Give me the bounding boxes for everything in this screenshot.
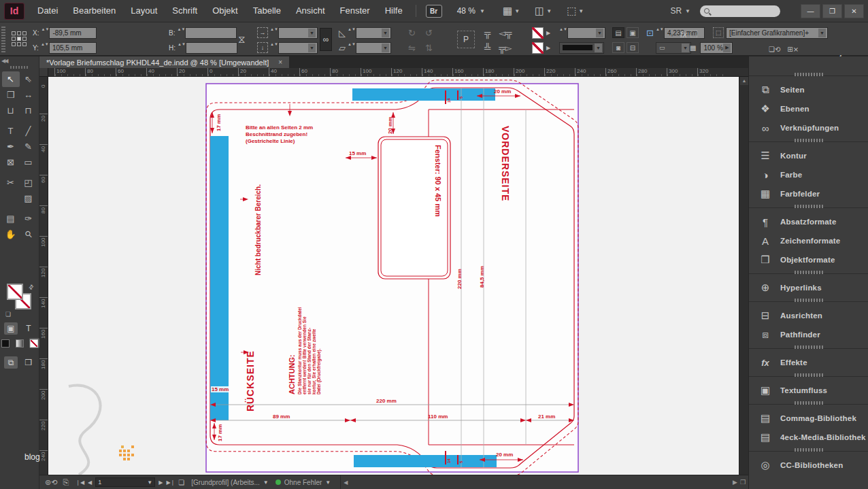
height-stepper[interactable]: ▲▼: [178, 42, 184, 53]
panel-4eck-media-bibliothek[interactable]: ▤ 4eck-Media-Bibliothek: [749, 428, 868, 447]
rotate-cw-icon[interactable]: ↻: [408, 28, 416, 38]
arrange-documents-button[interactable]: ⬚ ▼: [567, 5, 584, 17]
document-canvas[interactable]: Bitte an allen Seiten 2 mm Beschnittrand…: [48, 77, 739, 475]
note-tool[interactable]: ▤: [2, 211, 20, 226]
object-style-select[interactable]: [Einfacher Grafikrahmen]+▼: [726, 27, 828, 39]
x-input[interactable]: -89,5 mm: [49, 27, 97, 39]
wrap-jump-button[interactable]: ⊟: [627, 42, 639, 53]
gradient-swatch-tool[interactable]: [2, 190, 20, 206]
rotate-ccw-icon[interactable]: ↺: [425, 28, 433, 38]
panel-ausrichten[interactable]: ⊟ Ausrichten: [749, 306, 868, 325]
menu-item[interactable]: Layout: [123, 0, 165, 22]
panel-cc-bibliotheken[interactable]: ◎ CC-Bibliotheken: [749, 456, 868, 475]
preflight-menu-icon[interactable]: ⊚⟲: [45, 478, 57, 487]
bridge-button[interactable]: Br: [426, 5, 442, 18]
stroke-weight-select[interactable]: ▼: [567, 27, 605, 39]
content-placer-tool[interactable]: ⊓: [20, 103, 37, 118]
scale-x-select[interactable]: ▼: [278, 27, 318, 39]
document-tab[interactable]: *Vorlage Briefumschlag PKHDL44_de.indd @…: [39, 56, 289, 68]
page-curl-icon[interactable]: ❏: [178, 479, 184, 486]
collapse-tools-icon[interactable]: ◀◀: [1, 58, 7, 64]
menu-item[interactable]: Fenster: [333, 0, 378, 22]
scale-y-select[interactable]: ▼: [278, 42, 318, 54]
fill-swatch-none[interactable]: [532, 27, 544, 39]
menu-item[interactable]: Hilfe: [378, 0, 410, 22]
stroke-weight-stepper[interactable]: ▲▼: [559, 27, 565, 38]
menu-item[interactable]: Objekt: [205, 0, 246, 22]
panel-objektformate[interactable]: ❒ Objektformate: [749, 250, 868, 269]
menu-item[interactable]: Datei: [30, 0, 65, 22]
opacity-select[interactable]: 100 %▶: [700, 42, 733, 54]
type-tool[interactable]: T: [2, 123, 20, 139]
select-prev-object-icon[interactable]: ◅╦: [499, 28, 512, 38]
fit-stepper[interactable]: ▲▼: [656, 27, 662, 38]
preflight-profile-select[interactable]: [Grundprofil] (Arbeits... ▼: [191, 479, 269, 486]
frame-tool[interactable]: ⊠: [2, 154, 20, 170]
close-button[interactable]: ✕: [844, 4, 864, 18]
panel-farbfelder[interactable]: ▦ Farbfelder: [749, 184, 868, 203]
scale-y-stepper[interactable]: ▲▼: [270, 42, 276, 53]
width-stepper[interactable]: ▲▼: [177, 27, 183, 38]
split-view-icon[interactable]: ❒: [740, 479, 746, 486]
workspace-switcher[interactable]: SR ▼: [670, 6, 690, 16]
menu-item[interactable]: Tabelle: [246, 0, 288, 22]
panel-grip[interactable]: [1, 27, 5, 52]
vertical-scrollbar[interactable]: ▲: [739, 77, 748, 475]
panel-verknuepfungen[interactable]: ∞ Verknüpfungen: [749, 118, 868, 137]
reference-point-proxy[interactable]: [12, 31, 27, 46]
apply-color-button[interactable]: [0, 338, 10, 348]
panel-farbe[interactable]: ◑ Farbe: [749, 165, 868, 184]
preview-mode-button[interactable]: ❒: [22, 356, 35, 369]
scroll-up-icon[interactable]: ▲: [740, 77, 748, 85]
minimize-button[interactable]: —: [801, 4, 820, 18]
rectangle-tool[interactable]: ▭: [20, 154, 37, 170]
y-stepper[interactable]: ▲▼: [41, 42, 47, 53]
direct-selection-tool[interactable]: ⇖: [20, 71, 37, 87]
width-input[interactable]: [185, 27, 237, 39]
select-content-icon[interactable]: ╩: [484, 43, 490, 53]
next-page-icon[interactable]: ▶: [158, 479, 163, 486]
zoom-level-dropdown[interactable]: 48 % ▼: [457, 6, 485, 16]
horizontal-ruler[interactable]: 1008060402002040608010012014016018020022…: [48, 68, 748, 77]
constrain-scale-link-button[interactable]: ∞: [320, 28, 332, 51]
preflight-status[interactable]: Ohne Fehler ▼: [276, 479, 331, 486]
gap-tool[interactable]: ↔: [20, 87, 37, 103]
frame-fitting-icon[interactable]: ⊡: [646, 28, 654, 38]
height-input[interactable]: [186, 42, 237, 54]
previous-page-icon[interactable]: ◀: [88, 479, 92, 486]
rotation-select[interactable]: ▼: [356, 27, 391, 39]
shear-select[interactable]: ▼: [356, 42, 391, 54]
ruler-corner[interactable]: [39, 68, 48, 77]
panel-absatzformate[interactable]: ¶ Absatzformate: [749, 212, 868, 231]
formatting-affects-container-button[interactable]: ▣: [4, 322, 18, 335]
wrap-object-shape-button[interactable]: ◙: [612, 42, 624, 53]
break-link-style-icon[interactable]: ❏⟲: [769, 46, 780, 53]
scroll-left-icon[interactable]: ◀: [344, 479, 348, 486]
select-next-object-icon[interactable]: ╦▻: [499, 43, 512, 53]
share-icon[interactable]: ⎘: [63, 478, 69, 487]
tools-grip[interactable]: [10, 66, 29, 69]
panel-ebenen[interactable]: ❖ Ebenen: [749, 99, 868, 118]
normal-view-mode-button[interactable]: ⧉: [4, 356, 18, 369]
panel-seiten[interactable]: ⧉ Seiten: [749, 80, 868, 99]
first-page-icon[interactable]: ❘◀: [76, 479, 84, 486]
corner-options-icon[interactable]: ⬚: [690, 28, 698, 38]
rotation-stepper[interactable]: ▲▼: [348, 27, 354, 38]
menu-item[interactable]: Schrift: [165, 0, 205, 22]
shear-stepper[interactable]: ▲▼: [348, 42, 354, 53]
page-number-field[interactable]: 1 ▼: [95, 477, 155, 487]
screen-mode-button[interactable]: ◫ ▼: [535, 5, 552, 17]
default-fill-stroke-icon[interactable]: ❏: [5, 311, 16, 319]
formatting-affects-text-button[interactable]: T: [22, 322, 35, 335]
fill-swatch[interactable]: [7, 284, 23, 300]
stroke-dropdown-icon[interactable]: ▶: [546, 45, 550, 51]
y-input[interactable]: 105,5 mm: [49, 42, 97, 54]
last-page-icon[interactable]: ▶❘: [166, 479, 175, 486]
panel-pathfinder[interactable]: ⧈ Pathfinder: [749, 325, 868, 344]
scroll-right-icon[interactable]: ▶: [733, 479, 737, 486]
x-stepper[interactable]: ▲▼: [41, 27, 47, 38]
close-tab-icon[interactable]: ×: [278, 58, 282, 66]
panel-commag-bibliothek[interactable]: ▤ Commag-Bibliothek: [749, 409, 868, 428]
vertical-ruler[interactable]: 020406080100120140160180200220240: [39, 77, 48, 475]
flip-horizontal-icon[interactable]: ⇋: [408, 43, 416, 53]
